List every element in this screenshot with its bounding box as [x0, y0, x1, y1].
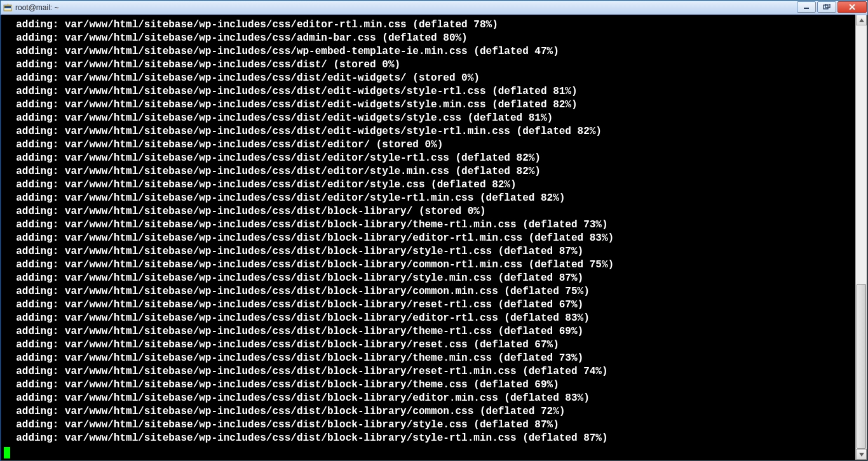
- terminal-line: adding: var/www/html/sitebase/wp-include…: [4, 138, 855, 152]
- terminal-line: adding: var/www/html/sitebase/wp-include…: [4, 245, 855, 258]
- terminal-cursor-line: [4, 445, 855, 458]
- terminal-line: adding: var/www/html/sitebase/wp-include…: [4, 112, 855, 125]
- terminal-line: adding: var/www/html/sitebase/wp-include…: [4, 258, 855, 272]
- terminal-line: adding: var/www/html/sitebase/wp-include…: [4, 285, 855, 298]
- terminal-line: adding: var/www/html/sitebase/wp-include…: [4, 338, 855, 352]
- terminal-line: adding: var/www/html/sitebase/wp-include…: [4, 72, 855, 85]
- terminal-line: adding: var/www/html/sitebase/wp-include…: [4, 165, 855, 178]
- terminal-area: adding: var/www/html/sitebase/wp-include…: [1, 15, 867, 460]
- cursor: [4, 447, 10, 458]
- scroll-up-button[interactable]: [856, 15, 867, 25]
- svg-marker-8: [859, 18, 864, 22]
- terminal-line: adding: var/www/html/sitebase/wp-include…: [4, 298, 855, 312]
- terminal-line: adding: var/www/html/sitebase/wp-include…: [4, 98, 855, 112]
- terminal-line: adding: var/www/html/sitebase/wp-include…: [4, 232, 855, 245]
- scrollbar[interactable]: [855, 15, 867, 460]
- terminal-line: adding: var/www/html/sitebase/wp-include…: [4, 378, 855, 392]
- terminal-line: adding: var/www/html/sitebase/wp-include…: [4, 432, 855, 445]
- terminal-line: adding: var/www/html/sitebase/wp-include…: [4, 18, 855, 32]
- scroll-thumb[interactable]: [857, 284, 866, 449]
- maximize-button[interactable]: [817, 1, 836, 13]
- window-controls: [797, 1, 867, 13]
- terminal-line: adding: var/www/html/sitebase/wp-include…: [4, 312, 855, 325]
- terminal-line: adding: var/www/html/sitebase/wp-include…: [4, 325, 855, 338]
- putty-window: root@mail: ~ adding: var/www/html/siteba…: [0, 0, 868, 461]
- terminal-line: adding: var/www/html/sitebase/wp-include…: [4, 32, 855, 45]
- close-button[interactable]: [837, 1, 867, 13]
- terminal-line: adding: var/www/html/sitebase/wp-include…: [4, 392, 855, 405]
- terminal-line: adding: var/www/html/sitebase/wp-include…: [4, 152, 855, 165]
- terminal-line: adding: var/www/html/sitebase/wp-include…: [4, 85, 855, 98]
- terminal-line: adding: var/www/html/sitebase/wp-include…: [4, 272, 855, 285]
- terminal-output[interactable]: adding: var/www/html/sitebase/wp-include…: [1, 15, 855, 460]
- scroll-down-button[interactable]: [856, 449, 867, 460]
- window-title: root@mail: ~: [15, 3, 59, 12]
- titlebar[interactable]: root@mail: ~: [1, 1, 867, 15]
- terminal-line: adding: var/www/html/sitebase/wp-include…: [4, 58, 855, 72]
- minimize-button[interactable]: [797, 1, 816, 13]
- terminal-line: adding: var/www/html/sitebase/wp-include…: [4, 45, 855, 58]
- terminal-line: adding: var/www/html/sitebase/wp-include…: [4, 218, 855, 232]
- svg-rect-1: [4, 6, 11, 8]
- terminal-line: adding: var/www/html/sitebase/wp-include…: [4, 418, 855, 432]
- scroll-track[interactable]: [856, 25, 867, 449]
- terminal-line: adding: var/www/html/sitebase/wp-include…: [4, 352, 855, 365]
- terminal-line: adding: var/www/html/sitebase/wp-include…: [4, 178, 855, 192]
- terminal-line: adding: var/www/html/sitebase/wp-include…: [4, 405, 855, 418]
- terminal-line: adding: var/www/html/sitebase/wp-include…: [4, 125, 855, 138]
- terminal-line: adding: var/www/html/sitebase/wp-include…: [4, 205, 855, 218]
- putty-icon: [3, 3, 13, 13]
- terminal-line: adding: var/www/html/sitebase/wp-include…: [4, 365, 855, 378]
- svg-marker-9: [859, 453, 864, 457]
- terminal-line: adding: var/www/html/sitebase/wp-include…: [4, 192, 855, 205]
